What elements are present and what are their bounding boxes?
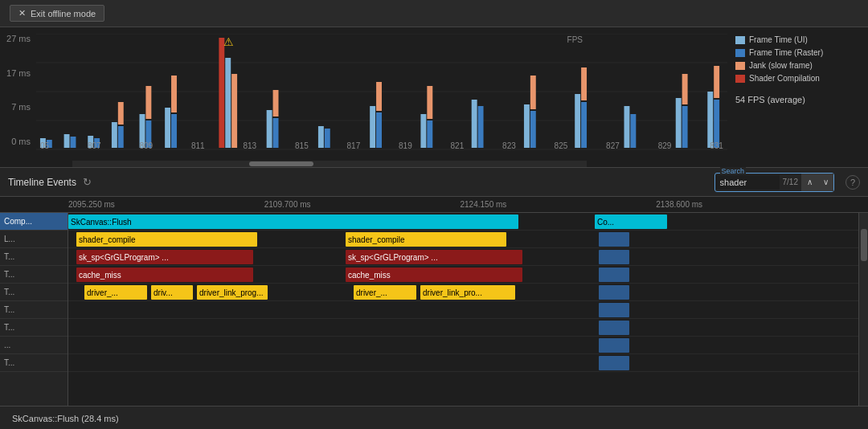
chart-area: 27 ms 17 ms 7 ms 0 ms	[0, 27, 868, 168]
event-driver-1[interactable]: driver_...	[84, 285, 147, 300]
svg-rect-25	[273, 90, 279, 116]
status-text: SkCanvas::Flush (28.4 ms)	[12, 414, 119, 423]
legend-label-ui: Frame Time (UI)	[749, 35, 808, 44]
event-sksp-2[interactable]: sk_sp<GrGLProgram> ...	[346, 250, 522, 264]
timeline-body: Comp... L... T... T... T... T... T... ..…	[0, 213, 868, 406]
event-label: driver_link_pro...	[423, 288, 482, 297]
timeline-row-4: driver_... driv... driver_link_prog... d…	[68, 284, 858, 301]
svg-rect-20	[219, 38, 224, 148]
time-ruler: 2095.250 ms 2109.700 ms 2124.150 ms 2138…	[0, 197, 868, 213]
svg-rect-16	[145, 86, 151, 119]
right-block-8[interactable]	[599, 356, 629, 370]
search-prev-button[interactable]: ∧	[801, 174, 817, 191]
close-icon: ✕	[18, 8, 26, 18]
vertical-scrollbar-thumb[interactable]	[861, 229, 867, 261]
track-label-l: L...	[0, 231, 68, 248]
x-label-3: 811	[191, 141, 205, 150]
right-block-3[interactable]	[599, 268, 629, 282]
event-label: shader_compile	[79, 235, 136, 244]
search-label: Search	[720, 167, 747, 175]
chart-main: 27 ms 17 ms 7 ms 0 ms	[0, 27, 727, 167]
event-shader-compile-1[interactable]: shader_compile	[76, 232, 257, 247]
time-mark-3: 2124.150 ms	[461, 200, 657, 209]
timeline-row-2: sk_sp<GrGLProgram> ... sk_sp<GrGLProgram…	[68, 248, 858, 266]
x-label-7: 819	[399, 141, 412, 150]
right-block-6[interactable]	[599, 321, 629, 335]
chart-scrollbar[interactable]	[72, 161, 587, 167]
event-shader-compile-2[interactable]: shader_compile	[346, 232, 506, 247]
legend-item-shader: Shader Compilation	[735, 74, 860, 83]
x-label-11: 827	[606, 141, 620, 150]
svg-rect-38	[530, 76, 536, 109]
track-label-t4: T...	[0, 301, 68, 319]
search-input[interactable]	[715, 175, 780, 190]
x-label-8: 821	[451, 141, 465, 150]
svg-rect-33	[427, 86, 432, 119]
y-axis-labels: 27 ms 17 ms 7 ms 0 ms	[0, 34, 34, 146]
right-block-4[interactable]	[599, 285, 629, 300]
event-label: sk_sp<GrGLProgram> ...	[348, 253, 438, 262]
x-label-1: 807	[88, 141, 101, 150]
svg-rect-49	[714, 66, 719, 98]
timeline-content[interactable]: SkCanvas::Flush Co... shader_compile sha…	[68, 213, 858, 406]
right-block-5[interactable]	[599, 303, 629, 317]
x-label-2: 809	[139, 141, 153, 150]
right-block-2[interactable]	[599, 250, 629, 264]
event-skcanvas-flush[interactable]: SkCanvas::Flush	[68, 214, 518, 229]
event-label: cache_miss	[79, 271, 121, 280]
track-label-t1: T...	[0, 248, 68, 266]
timeline-row-7	[68, 337, 858, 354]
x-label-9: 823	[502, 141, 516, 150]
y-label-0: 0 ms	[11, 137, 31, 146]
y-label-27: 27 ms	[6, 34, 31, 43]
timeline-title: Timeline Events	[8, 177, 76, 188]
right-block-7[interactable]	[599, 338, 629, 353]
event-label: driver_...	[356, 288, 387, 297]
event-sksp-1[interactable]: sk_sp<GrGLProgram> ...	[76, 250, 253, 264]
event-label: SkCanvas::Flush	[71, 218, 132, 227]
event-driver-2[interactable]: driv...	[151, 285, 193, 300]
warning-triangle: ⚠	[223, 35, 234, 48]
legend-label-jank: Jank (slow frame)	[749, 61, 813, 70]
event-label-co: Co...	[597, 218, 614, 227]
timeline-row-5	[68, 301, 858, 319]
legend-label-raster: Frame Time (Raster)	[749, 48, 823, 57]
scrollbar-thumb[interactable]	[249, 161, 313, 166]
right-scrollbar[interactable]	[858, 213, 868, 406]
track-label-t5: T...	[0, 319, 68, 337]
time-mark-1: 2095.250 ms	[68, 200, 264, 209]
track-label-t6: T...	[0, 354, 68, 372]
legend-color-ui	[735, 36, 745, 44]
event-label: shader_compile	[348, 235, 405, 244]
track-label-t3: T...	[0, 284, 68, 301]
time-mark-2: 2109.700 ms	[264, 200, 461, 209]
y-label-7: 7 ms	[11, 102, 31, 112]
event-driver-link-2[interactable]: driver_link_pro...	[420, 285, 515, 300]
x-label-13: 831	[710, 141, 723, 150]
svg-rect-19	[171, 76, 177, 112]
help-icon[interactable]: ?	[845, 175, 860, 190]
event-cache-miss-1[interactable]: cache_miss	[76, 268, 253, 282]
legend-item-jank: Jank (slow frame)	[735, 61, 860, 70]
legend-color-raster	[735, 49, 745, 57]
refresh-icon[interactable]: ↻	[83, 176, 92, 188]
timeline-row-3: cache_miss cache_miss	[68, 266, 858, 284]
timeline-row-1: shader_compile shader_compile	[68, 231, 858, 248]
event-driver-3[interactable]: driver_...	[354, 285, 416, 300]
legend-label-shader: Shader Compilation	[749, 74, 820, 83]
search-next-button[interactable]: ∨	[817, 174, 833, 191]
time-mark-4: 2138.600 ms	[656, 200, 852, 209]
event-co[interactable]: Co...	[595, 214, 667, 229]
event-cache-miss-2[interactable]: cache_miss	[346, 268, 522, 282]
fps-chart-label: FPS	[567, 35, 583, 44]
status-bar: SkCanvas::Flush (28.4 ms)	[0, 406, 868, 429]
event-label: driver_...	[87, 288, 118, 297]
x-label-12: 829	[658, 141, 672, 150]
event-driver-link-1[interactable]: driver_link_prog...	[197, 285, 268, 300]
exit-offline-button[interactable]: ✕ Exit offline mode	[10, 5, 104, 22]
right-block-1[interactable]	[599, 232, 629, 247]
legend-color-shader	[735, 75, 745, 83]
svg-rect-46	[682, 74, 688, 104]
svg-rect-22	[231, 74, 237, 148]
event-label: cache_miss	[348, 271, 391, 280]
